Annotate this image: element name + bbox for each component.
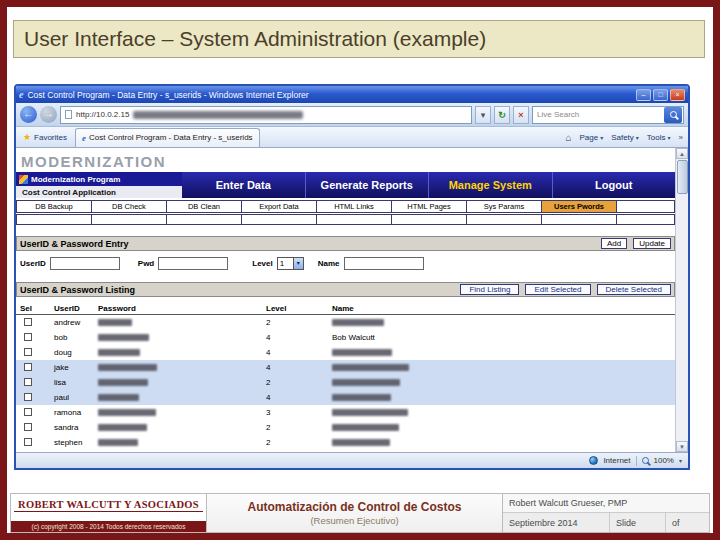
name-input[interactable] <box>344 257 424 270</box>
scroll-up-icon[interactable]: ▲ <box>676 148 688 159</box>
row-checkbox[interactable] <box>24 363 32 371</box>
col-level: Level <box>266 304 332 313</box>
search-box[interactable] <box>532 106 684 124</box>
cell-level: 4 <box>266 363 332 372</box>
row-checkbox[interactable] <box>24 423 32 431</box>
delete-selected-button[interactable]: Delete Selected <box>597 284 671 295</box>
zoom-dropdown-icon[interactable]: ▾ <box>679 457 682 464</box>
chevron-down-icon: ▾ <box>668 134 671 141</box>
row-checkbox[interactable] <box>24 408 32 416</box>
nav-item[interactable]: Generate Reports <box>305 172 429 198</box>
browser-tab[interactable]: e Cost Control Program - Data Entry - s_… <box>75 128 260 147</box>
back-button[interactable]: ← <box>20 106 37 123</box>
program-title: Modernization Program <box>31 175 120 184</box>
row-checkbox[interactable] <box>24 333 32 341</box>
search-input[interactable] <box>533 110 663 119</box>
subnav-empty-cell <box>316 214 392 225</box>
tab-bar: ★ Favorites e Cost Control Program - Dat… <box>16 127 688 148</box>
nav-item[interactable]: Enter Data <box>182 172 305 198</box>
row-checkbox[interactable] <box>24 348 32 356</box>
cell-sel <box>20 408 54 418</box>
subnav-button[interactable]: Export Data <box>241 200 317 213</box>
update-button[interactable]: Update <box>633 238 671 249</box>
address-toolbar: ← → http://10.0.2.15 ▾ ↻ × <box>16 103 688 127</box>
row-checkbox[interactable] <box>24 318 32 326</box>
userid-input[interactable] <box>50 257 120 270</box>
subnav-button[interactable]: DB Backup <box>16 200 92 213</box>
favorites-button[interactable]: ★ Favorites <box>19 132 71 142</box>
scroll-down-icon[interactable]: ▼ <box>676 441 688 452</box>
slide-of-label: of <box>665 513 709 532</box>
table-row: doug 4 <box>16 345 675 360</box>
main-nav: Enter Data Generate Reports Manage Syste… <box>182 172 675 198</box>
cell-password <box>98 438 266 447</box>
name-value <box>332 349 392 356</box>
application-title: Cost Control Application <box>22 188 116 197</box>
scrollbar-thumb[interactable] <box>677 160 688 194</box>
cell-sel <box>20 318 54 328</box>
maximize-button[interactable]: □ <box>653 89 668 101</box>
tab-favicon-icon: e <box>82 133 86 143</box>
password-redacted-bar <box>98 379 148 386</box>
toolbar-menu-item[interactable]: Tools▾ <box>647 133 671 142</box>
address-dropdown-button[interactable]: ▾ <box>475 106 491 124</box>
vertical-scrollbar[interactable]: ▲ ▼ <box>675 148 688 452</box>
row-checkbox[interactable] <box>24 438 32 446</box>
toolbar-menu-item[interactable]: Page▾ <box>579 133 603 142</box>
toolbar-menu-item[interactable]: Safety▾ <box>611 133 639 142</box>
cell-userid: lisa <box>54 378 98 387</box>
level-select[interactable]: 1 ▾ <box>277 257 304 270</box>
tab-title: Cost Control Program - Data Entry - s_us… <box>89 133 253 142</box>
level-label: Level <box>252 259 272 268</box>
name-value <box>332 379 400 386</box>
find-listing-button[interactable]: Find Listing <box>460 284 519 295</box>
row-checkbox[interactable] <box>24 378 32 386</box>
toolbar-menu-label: Safety <box>611 133 634 142</box>
footer-subtitle: (Resumen Ejecutivo) <box>310 515 398 526</box>
subnav-button[interactable]: DB Check <box>91 200 167 213</box>
cell-name: Bob Walcutt <box>332 333 675 342</box>
url-text: http://10.0.2.15 <box>76 110 129 119</box>
cell-level: 4 <box>266 348 332 357</box>
cell-userid: sandra <box>54 423 98 432</box>
subnav-button[interactable]: HTML Links <box>316 200 392 213</box>
add-button[interactable]: Add <box>601 238 627 249</box>
stop-button[interactable]: × <box>513 106 529 124</box>
url-redacted-segment <box>133 111 303 119</box>
footer-meta-row: Septiembre 2014 Slide of <box>503 513 709 532</box>
nav-item[interactable]: Logout <box>552 172 676 198</box>
cell-level: 2 <box>266 423 332 432</box>
table-row: paul 4 <box>16 390 675 405</box>
pwd-input[interactable] <box>158 257 228 270</box>
overflow-chevron[interactable]: » <box>679 133 683 142</box>
footer-title: Automatización de Control de Costos <box>247 500 461 514</box>
cell-password <box>98 393 266 402</box>
subnav-button[interactable]: Users Pwords <box>541 200 617 213</box>
row-checkbox[interactable] <box>24 393 32 401</box>
cell-level: 2 <box>266 318 332 327</box>
address-bar[interactable]: http://10.0.2.15 <box>60 106 472 124</box>
forward-button[interactable]: → <box>40 106 57 123</box>
pwd-label: Pwd <box>138 259 154 268</box>
minimize-button[interactable]: – <box>636 89 651 101</box>
refresh-button[interactable]: ↻ <box>494 106 510 124</box>
level-value: 1 <box>278 258 293 269</box>
nav-item[interactable]: Manage System <box>428 172 552 198</box>
table-row: bob 4 Bob Walcutt <box>16 330 675 345</box>
subnav-button[interactable]: DB Clean <box>166 200 242 213</box>
entry-section-title: UserID & Password Entry <box>20 239 129 249</box>
slide-title-banner: User Interface – System Administration (… <box>13 20 705 58</box>
subnav-empty-cell <box>16 214 92 225</box>
home-icon[interactable]: ⌂ <box>565 132 571 143</box>
search-icon[interactable] <box>664 107 682 123</box>
table-row: jake 4 <box>16 360 675 375</box>
slide-footer: ROBERT WALCUTT Y ASOCIADOS (c) copyright… <box>10 493 710 533</box>
status-zone: Internet <box>603 456 630 465</box>
col-password: Password <box>98 304 266 313</box>
subnav-button[interactable]: HTML Pages <box>391 200 467 213</box>
brand-block: Modernization Program Cost Control Appli… <box>16 172 182 198</box>
subnav-button[interactable]: Sys Params <box>466 200 542 213</box>
col-userid: UserID <box>54 304 98 313</box>
close-button[interactable]: × <box>670 89 685 101</box>
edit-selected-button[interactable]: Edit Selected <box>525 284 590 295</box>
